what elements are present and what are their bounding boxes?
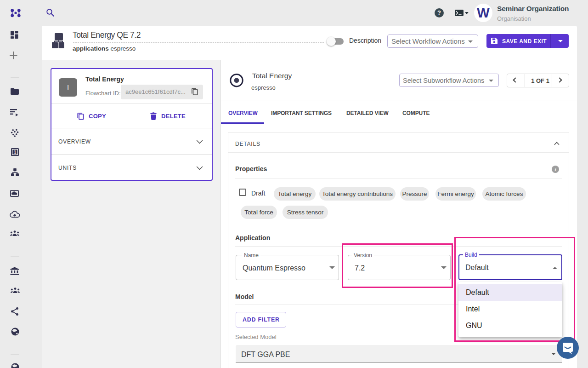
svg-text:1: 1: [14, 150, 17, 155]
